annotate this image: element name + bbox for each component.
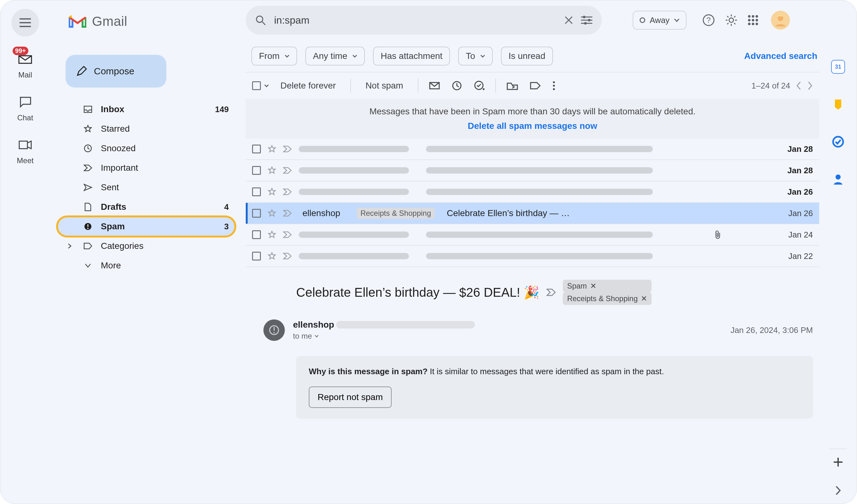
caret-icon [64, 243, 75, 249]
sidebar-item-sent[interactable]: Sent [58, 178, 234, 197]
label-icon[interactable] [530, 81, 541, 90]
remove-label-icon[interactable]: ✕ [590, 282, 596, 290]
calendar-icon[interactable]: 31 [831, 60, 845, 74]
message-row[interactable]: Jan 26 [246, 182, 819, 203]
gmail-logo[interactable]: Gmail [69, 6, 246, 37]
account-avatar[interactable] [771, 11, 790, 30]
chip-unread[interactable]: Is unread [501, 47, 553, 66]
get-addons-button[interactable] [829, 449, 847, 466]
sidebar-item-inbox[interactable]: Inbox149 [58, 100, 234, 118]
rail-chat[interactable]: Chat [16, 93, 34, 122]
page-next-icon[interactable] [807, 81, 813, 90]
add-task-icon[interactable] [474, 80, 485, 91]
row-checkbox[interactable] [252, 145, 261, 153]
side-panel-toggle-icon[interactable] [835, 486, 841, 495]
settings-icon[interactable] [725, 14, 738, 27]
sidebar-item-categories[interactable]: Categories [58, 237, 234, 255]
svg-point-16 [748, 23, 751, 25]
move-to-icon[interactable] [507, 81, 518, 90]
page-prev-icon[interactable] [796, 81, 802, 90]
status-label: Away [650, 15, 670, 25]
sidebar-item-drafts[interactable]: Drafts4 [58, 198, 234, 216]
star-icon[interactable] [268, 252, 276, 260]
important-icon[interactable] [283, 146, 292, 152]
row-checkbox[interactable] [252, 230, 261, 239]
star-icon[interactable] [268, 145, 276, 153]
row-checkbox[interactable] [252, 166, 261, 175]
search-box[interactable] [246, 6, 602, 35]
row-checkbox[interactable] [252, 252, 261, 261]
message-row[interactable]: ellenshopReceipts & ShoppingCelebrate El… [246, 203, 819, 224]
sidebar-item-important[interactable]: Important [58, 159, 234, 177]
sidebar-item-snoozed[interactable]: Snoozed [58, 139, 234, 157]
important-icon[interactable] [283, 188, 292, 195]
folder-label: Important [101, 163, 221, 173]
sender-redacted [299, 167, 409, 173]
why-body: It is similar to messages that were iden… [427, 367, 664, 376]
delete-all-spam-link[interactable]: Delete all spam messages now [246, 121, 819, 131]
important-icon[interactable] [283, 231, 292, 238]
remove-label-icon[interactable]: ✕ [641, 294, 647, 303]
spam-banner: Messages that have been in Spam more tha… [246, 99, 819, 139]
star-icon[interactable] [268, 188, 276, 196]
message-label-chip[interactable]: Spam✕ [563, 280, 652, 292]
important-icon[interactable] [283, 210, 292, 217]
important-marker-icon[interactable] [546, 288, 556, 296]
status-pill[interactable]: Away [633, 11, 687, 30]
message-subject: Celebrate Ellen’s birthday — $26 DEAL! 🎉 [296, 285, 539, 300]
sidebar-item-more[interactable]: More [58, 256, 234, 275]
contacts-icon[interactable] [832, 173, 844, 185]
svg-point-11 [752, 15, 754, 18]
recipients-summary[interactable]: to me [293, 332, 475, 340]
star-icon[interactable] [268, 166, 276, 174]
important-icon[interactable] [283, 167, 292, 174]
svg-point-18 [756, 23, 758, 25]
advanced-search-link[interactable]: Advanced search [744, 51, 817, 61]
message-label-chip[interactable]: Receipts & Shopping✕ [563, 292, 652, 305]
star-icon[interactable] [268, 231, 276, 239]
delete-forever-button[interactable]: Delete forever [276, 78, 340, 93]
message-row[interactable]: Jan 24 [246, 224, 819, 246]
sender-name: ellenshop [293, 320, 334, 330]
sidebar-item-spam[interactable]: Spam3 [58, 217, 234, 236]
chip-from-label: From [259, 51, 280, 61]
rail-mail[interactable]: 99+ Mail [16, 50, 34, 79]
banner-text: Messages that have been in Spam more tha… [246, 106, 819, 117]
message-row[interactable]: Jan 28 [246, 139, 819, 160]
message-row[interactable]: Jan 22 [246, 246, 819, 267]
chip-to[interactable]: To [458, 47, 493, 66]
clear-search-icon[interactable] [564, 15, 573, 25]
svg-point-3 [256, 16, 263, 22]
report-not-spam-button[interactable]: Report not spam [309, 387, 392, 408]
row-checkbox[interactable] [252, 209, 261, 218]
snooze-icon[interactable] [452, 81, 462, 91]
chip-unread-label: Is unread [508, 51, 545, 61]
support-icon[interactable]: ? [702, 14, 715, 27]
svg-point-22 [553, 81, 555, 83]
important-icon[interactable] [283, 253, 292, 259]
star-icon[interactable] [268, 209, 276, 217]
message-row[interactable]: Jan 28 [246, 160, 819, 182]
sender-redacted [299, 253, 409, 259]
search-input[interactable] [273, 14, 556, 27]
keep-icon[interactable] [832, 98, 844, 111]
svg-point-26 [273, 332, 275, 333]
not-spam-button[interactable]: Not spam [362, 78, 407, 93]
mark-read-icon[interactable] [429, 81, 440, 90]
chip-anytime[interactable]: Any time [305, 47, 365, 66]
row-checkbox[interactable] [252, 187, 261, 196]
more-icon[interactable] [553, 81, 555, 90]
search-options-icon[interactable] [581, 16, 592, 24]
chip-from[interactable]: From [251, 47, 297, 66]
tasks-icon[interactable] [832, 135, 844, 148]
menu-button[interactable] [11, 9, 39, 36]
sender-redacted [299, 189, 409, 195]
sidebar-item-starred[interactable]: Starred [58, 120, 234, 138]
svg-point-9 [729, 18, 734, 22]
select-all[interactable] [252, 81, 269, 90]
apps-icon[interactable] [748, 15, 758, 26]
rail-meet[interactable]: Meet [16, 136, 34, 165]
chip-attachment[interactable]: Has attachment [373, 47, 450, 66]
attachment-icon [714, 230, 722, 239]
compose-button[interactable]: Compose [66, 55, 166, 87]
